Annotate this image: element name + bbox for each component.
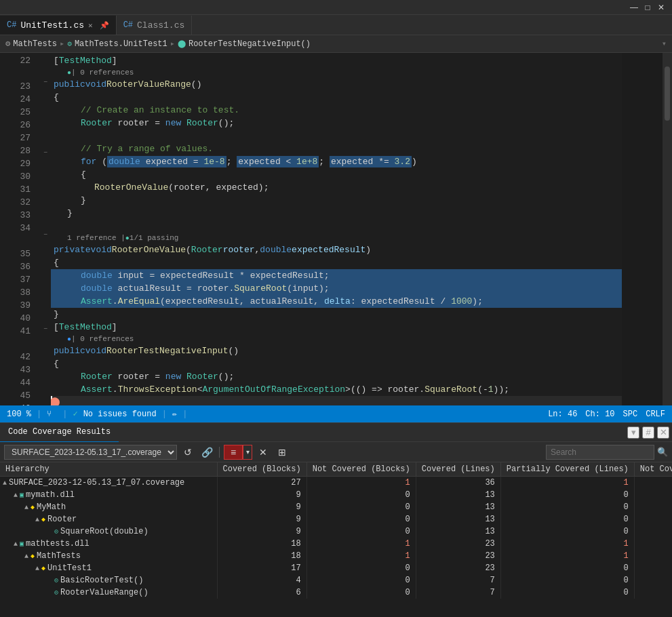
collapse-btn-29[interactable]: − — [40, 147, 51, 159]
line-num-26: 26 — [5, 119, 35, 132]
code-line-28: // Try a range of values. — [51, 142, 622, 155]
status-sep-1: | — [37, 410, 41, 419]
breakpoint-icon: ⬤ — [51, 396, 60, 405]
table-row[interactable]: ▲SURFACE_2023-12-05.13_17_07.coverage 27… — [0, 477, 672, 490]
line-num-41b — [5, 338, 35, 351]
code-line-44: Rooter rooter = new Rooter(); — [51, 370, 622, 383]
code-line-41: [TestMethod] — [51, 321, 622, 334]
table-row[interactable]: ⊙SquareRoot(double) 9 0 13 0 0 — [0, 525, 672, 538]
line-num-32: 32 — [5, 196, 35, 209]
breadcrumb-mathtest[interactable]: MathTests — [13, 39, 57, 49]
status-sep-2: | — [62, 410, 67, 419]
collapse-btn-23[interactable]: − — [40, 77, 51, 88]
refresh-btn[interactable]: ↺ — [180, 445, 196, 460]
th-covered-blocks[interactable]: Covered (Blocks) — [217, 462, 307, 477]
line-num-41a: 41 — [5, 325, 35, 338]
tab-unittest1cs[interactable]: C# UnitTest1.cs ✕ 📌 — [0, 16, 117, 35]
coverage-file-dropdown[interactable]: SURFACE_2023-12-05.13_17_.coverage — [4, 445, 177, 460]
collapse-btn-42[interactable]: − — [40, 323, 51, 335]
tab-class1cs[interactable]: C# Class1.cs — [117, 16, 193, 35]
editor-area: 22 23 24 25 26 27 28 29 30 31 32 33 34 3… — [0, 53, 672, 405]
table-row[interactable]: ⊙BasicRooterTest() 4 0 7 0 0 — [0, 574, 672, 586]
table-row[interactable]: ▲◆UnitTest1 17 0 23 0 0 — [0, 562, 672, 574]
panel-pin-btn[interactable]: # — [642, 426, 654, 439]
table-row[interactable]: ▲◆Rooter 9 0 13 0 0 — [0, 513, 672, 525]
line-num-43: 43 — [5, 363, 35, 376]
breadcrumb-method[interactable]: RooterTestNegativeInput() — [189, 39, 311, 49]
table-row[interactable]: ▲▣mymath.dll 9 0 13 0 0 — [0, 489, 672, 501]
breadcrumb-unittest[interactable]: MathTests.UnitTest1 — [75, 39, 167, 49]
link-btn[interactable]: 🔗 — [199, 445, 215, 460]
line-num-46: 46 — [5, 402, 35, 405]
table-row[interactable]: ▲◆MyMath 9 0 13 0 0 — [0, 501, 672, 513]
line-num-39: 39 — [5, 299, 35, 312]
col-info: Ch: 10 — [585, 410, 614, 419]
code-editor[interactable]: [TestMethod] ● | 0 references public voi… — [51, 53, 622, 405]
code-line-34 — [51, 220, 622, 233]
line-num-45: 45 — [5, 389, 35, 402]
bottom-panel: Code Coverage Results ▾ # ✕ SURFACE_2023… — [0, 422, 672, 617]
status-left: 100 % | ⑂ | ✓ No issues found | ✏ | — [7, 409, 187, 419]
minimize-button[interactable]: — — [629, 2, 639, 13]
panel-dropdown-btn[interactable]: ▾ — [627, 426, 639, 439]
collapse-gutter: − − − − — [40, 53, 51, 405]
line-num-30: 30 — [5, 170, 35, 183]
th-not-covered-lines[interactable]: Not Covered (Lines — [634, 462, 672, 477]
line-num-34: 34 — [5, 222, 35, 235]
maximize-button[interactable]: □ — [642, 2, 653, 13]
scrollbar-thumb[interactable] — [665, 66, 670, 121]
th-partially-covered[interactable]: Partially Covered (Lines) — [500, 462, 634, 477]
line-num-37: 37 — [5, 273, 35, 286]
close-button[interactable]: ✕ — [656, 2, 667, 13]
editor-scrollbar[interactable] — [663, 53, 672, 405]
coverage-table: Hierarchy Covered (Blocks) Not Covered (… — [0, 462, 672, 599]
export-btn[interactable]: ⊞ — [274, 445, 290, 460]
window-controls[interactable]: — □ ✕ — [629, 2, 667, 13]
tab-label-2: Class1.cs — [137, 20, 184, 31]
code-line-25: // Create an instance to test. — [51, 104, 622, 117]
tab-pin-icon: 📌 — [100, 21, 109, 30]
code-line-36: { — [51, 256, 622, 269]
line-num-24: 24 — [5, 93, 35, 106]
code-line-29: for (double expected = 1e-8; expected < … — [51, 155, 622, 168]
line-num-22: 22 — [5, 54, 35, 67]
code-ref-23: ● | 0 references — [51, 67, 622, 78]
panel-tab-bar: Code Coverage Results ▾ # ✕ — [0, 423, 672, 442]
table-row[interactable]: ⊙RooterValueRange() 6 0 7 0 0 — [0, 586, 672, 599]
code-line-31: RooterOneValue(rooter, expected); — [51, 181, 622, 194]
line-num-44: 44 — [5, 376, 35, 389]
issues-check-icon: ✓ — [73, 409, 77, 419]
line-num-23: 23 — [5, 80, 35, 93]
collapse-btn-35[interactable]: − — [40, 229, 51, 241]
line-num-29: 29 — [5, 157, 35, 170]
highlight-btn[interactable]: ≡ — [224, 445, 243, 460]
zoom-level[interactable]: 100 % — [7, 410, 31, 419]
encoding-info: SPC — [623, 410, 638, 419]
table-row[interactable]: ▲◆MathTests 18 1 23 1 0 — [0, 550, 672, 562]
code-line-32: } — [51, 194, 622, 207]
status-right: Ln: 46 Ch: 10 SPC CRLF — [548, 410, 665, 419]
table-row[interactable]: ▲▣mathtests.dll 18 1 23 1 0 — [0, 538, 672, 550]
code-line-23: public void RooterValueRange() — [51, 78, 622, 91]
code-line-24: { — [51, 91, 622, 104]
line-ending-info: CRLF — [646, 410, 665, 419]
tab-close-icon[interactable]: ✕ — [88, 21, 93, 30]
th-covered-lines[interactable]: Covered (Lines) — [416, 462, 500, 477]
search-input[interactable] — [546, 445, 654, 460]
code-line-27 — [51, 130, 622, 142]
code-line-39: Assert.AreEqual(expectedResult, actualRe… — [51, 295, 622, 308]
line-num-23a — [5, 67, 35, 80]
panel-tab-coverage[interactable]: Code Coverage Results — [0, 423, 119, 442]
issues-text: No issues found — [83, 410, 157, 419]
coverage-table-wrapper[interactable]: Hierarchy Covered (Blocks) Not Covered (… — [0, 462, 672, 617]
th-not-covered-blocks[interactable]: Not Covered (Blocks) — [307, 462, 416, 477]
code-ref-35: 1 reference | ● 1/1 passing — [51, 233, 622, 243]
highlight-arrow-btn[interactable]: ▾ — [243, 445, 252, 460]
breadcrumb-method-icon: ⬤ — [178, 39, 186, 48]
panel-close-btn[interactable]: ✕ — [657, 426, 669, 439]
th-hierarchy[interactable]: Hierarchy — [0, 462, 217, 477]
tab-bar: C# UnitTest1.cs ✕ 📌 C# Class1.cs — [0, 15, 672, 35]
code-line-43: { — [51, 357, 622, 370]
status-sep-3: | — [162, 410, 167, 419]
delete-btn[interactable]: ✕ — [255, 445, 271, 460]
